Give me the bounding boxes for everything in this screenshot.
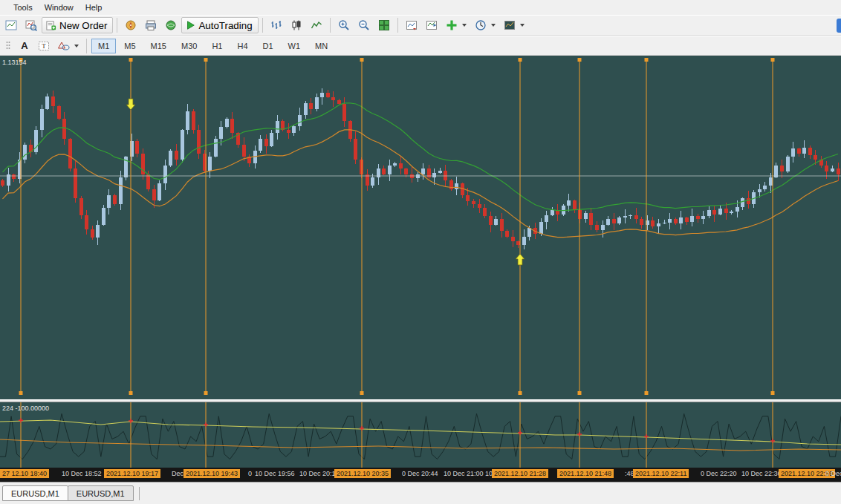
line-chart-type-icon[interactable] <box>307 17 326 33</box>
timeframe-h4[interactable]: H4 <box>230 39 254 53</box>
timeframe-mn[interactable]: MN <box>308 39 334 53</box>
profiles-icon <box>25 19 37 31</box>
chart-tab-eurusd-m1-2[interactable]: EURUSD,M1 <box>68 485 134 501</box>
new-order-label: New Order <box>59 20 107 31</box>
toolbar-timeframes: A T M1M5M15M30H1H4D1W1MN <box>0 36 841 56</box>
candlestick-type-icon[interactable] <box>287 17 306 33</box>
time-label: 10 Dec 21:00 <box>441 469 486 478</box>
profiles-icon[interactable] <box>22 17 41 33</box>
time-label-vline: 2021.12.10 22:11 <box>633 469 689 478</box>
dropdown-caret-icon <box>491 24 496 27</box>
zoom-in-button[interactable] <box>334 17 354 33</box>
chart-window-icon <box>5 19 17 31</box>
shapes-icon <box>58 40 70 52</box>
timeframe-w1[interactable]: W1 <box>282 39 308 53</box>
time-label-vline: 2021.12.10 21:48 <box>557 469 614 478</box>
clock-icon <box>475 19 487 31</box>
globe-icon <box>165 19 177 31</box>
compass-icon <box>125 19 137 31</box>
template-button[interactable] <box>500 17 528 33</box>
timeframe-m5[interactable]: M5 <box>117 39 142 53</box>
periods-button[interactable] <box>471 17 499 33</box>
chart-tab-eurusd-m1[interactable]: EURUSD,M1 <box>2 485 68 501</box>
line-chart-icon <box>311 19 322 31</box>
time-label: 10 Dec 19:56 <box>253 469 297 478</box>
autotrading-label: AutoTrading <box>198 20 252 31</box>
menu-items: ToolsWindowHelp <box>7 1 108 13</box>
price-chart-canvas: 1.13154 <box>0 56 841 399</box>
svg-text:T: T <box>42 42 46 50</box>
indicator-canvas: 224 -100.00000 <box>0 402 841 468</box>
time-label-vline: 27 12.10 18:40 <box>0 469 49 478</box>
menu-help[interactable]: Help <box>79 1 108 13</box>
text-tool-label: A <box>21 40 27 51</box>
add-indicator-icon <box>446 19 458 31</box>
print-icon <box>145 19 157 31</box>
dropdown-caret-icon <box>74 45 79 48</box>
indicators-button[interactable] <box>442 17 470 33</box>
dropdown-caret-icon <box>520 24 525 27</box>
timeframe-m30[interactable]: M30 <box>175 39 204 53</box>
text-label-icon: T <box>38 40 50 52</box>
chart-tab-label: EURUSD,M1 <box>11 489 59 498</box>
timeframe-h1[interactable]: H1 <box>205 39 229 53</box>
tile-windows-button[interactable] <box>374 17 394 33</box>
separator <box>262 18 263 33</box>
tile-windows-icon <box>378 19 390 31</box>
toolbar-grip-icon <box>1 38 15 54</box>
chart-shift-icon <box>406 19 418 31</box>
grip-dots-icon <box>5 40 11 52</box>
separator <box>86 39 87 53</box>
price-chart[interactable]: 1.13154 <box>0 56 841 399</box>
autotrading-play-icon <box>185 20 195 30</box>
separator <box>139 487 140 500</box>
new-order-button[interactable]: New Order <box>42 17 113 33</box>
time-axis[interactable]: 27 12.10 18:4010 Dec 18:522021.12.10 19:… <box>0 468 841 482</box>
separator <box>397 18 398 33</box>
menu-bar: ToolsWindowHelp <box>0 0 841 15</box>
menu-tools[interactable]: Tools <box>7 1 39 13</box>
chart-autoscroll-icon <box>426 19 438 31</box>
chart-tab-label: EURUSD,M1 <box>77 489 125 498</box>
time-label-vline: 2021.12.10 20:35 <box>334 469 391 478</box>
time-label-vline: 2021.12.10 21:28 <box>492 469 548 478</box>
chart-shift-button[interactable] <box>402 17 421 33</box>
chart-properties-icon <box>504 19 516 31</box>
time-label: 0 Dec 22:20 <box>698 469 739 478</box>
bar-chart-type-icon[interactable] <box>267 17 286 33</box>
svg-text:1.13154: 1.13154 <box>2 59 27 66</box>
menu-window[interactable]: Window <box>39 1 79 13</box>
separator <box>330 18 331 33</box>
candles-icon <box>290 19 302 31</box>
time-label: 10 Dec 22:36 <box>739 469 784 478</box>
timeframe-m1[interactable]: M1 <box>91 39 116 53</box>
autotrading-button[interactable]: AutoTrading <box>181 17 258 33</box>
zoom-out-icon <box>358 19 370 31</box>
svg-text:224 -100.00000: 224 -100.00000 <box>2 405 49 412</box>
timeframe-m15[interactable]: M15 <box>144 39 173 53</box>
time-label: 10 Dec 18:52 <box>59 469 104 478</box>
timeframe-buttons: M1M5M15M30H1H4D1W1MN <box>91 39 335 53</box>
zoom-in-icon <box>338 19 350 31</box>
toolbar-overflow-icon[interactable] <box>837 19 841 33</box>
time-label-vline: 2021.12.10 19:43 <box>184 469 240 478</box>
chart-window-icon[interactable] <box>1 17 21 33</box>
label-tool-button[interactable]: T <box>34 38 53 54</box>
text-tool-button[interactable]: A <box>16 38 33 54</box>
ohlc-bars-icon <box>270 19 282 31</box>
separator <box>117 18 117 33</box>
new-order-icon <box>45 20 56 31</box>
dropdown-caret-icon <box>462 24 467 27</box>
zoom-out-button[interactable] <box>354 17 374 33</box>
timeframe-d1[interactable]: D1 <box>256 39 280 53</box>
time-label: 0 Dec <box>823 469 841 478</box>
sounds-icon[interactable] <box>161 17 181 33</box>
indicator-subwindow[interactable]: 224 -100.00000 <box>0 402 841 468</box>
market-watch-icon[interactable] <box>121 17 140 33</box>
toolbar-standard: New Order AutoTrading <box>0 15 841 36</box>
time-label-vline: 2021.12.10 19:17 <box>104 469 160 478</box>
chart-autoscroll-button[interactable] <box>422 17 441 33</box>
time-label: 0 Dec 20:44 <box>400 469 441 478</box>
shapes-tool-button[interactable] <box>54 38 82 54</box>
print-icon[interactable] <box>141 17 160 33</box>
